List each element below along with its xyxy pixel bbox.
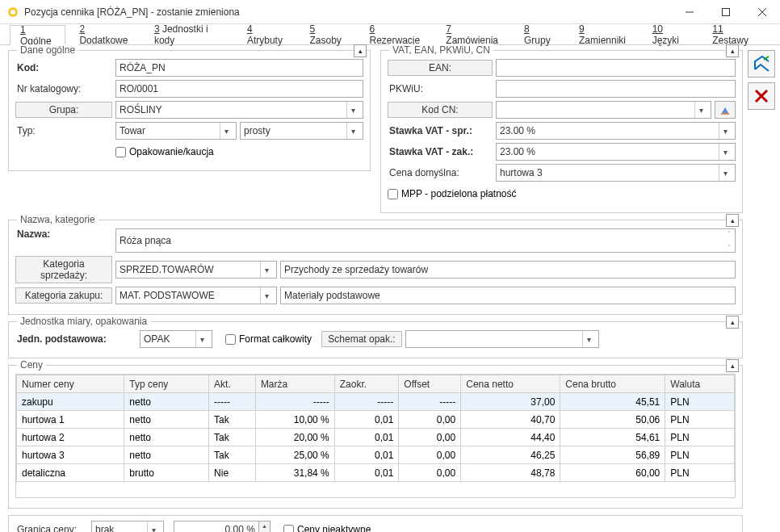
table-row[interactable]: hurtowa 2nettoTak20,00 %0,010,0044,4054,…	[17, 429, 735, 446]
tab-ogólne[interactable]: 1 Ogólne	[10, 25, 65, 45]
spin-up[interactable]: ▲	[259, 522, 270, 530]
close-button[interactable]	[744, 0, 780, 24]
collapse-prices[interactable]: ▴	[726, 359, 739, 372]
checkbox-nieaktywne-input[interactable]	[283, 525, 294, 533]
spin-granica-pct[interactable]: ▲▼	[174, 521, 270, 532]
table-row[interactable]: hurtowa 1nettoTak10,00 %0,010,0040,7050,…	[17, 411, 735, 429]
tab-zestawy[interactable]: 11 Zestawy	[702, 24, 767, 44]
checkbox-opakowanie[interactable]: Opakowanie/kaucja	[115, 146, 214, 157]
cell: zakupu	[17, 393, 124, 411]
collapse-general[interactable]: ▴	[354, 44, 367, 57]
combo-granica[interactable]: brak ▾	[91, 521, 164, 532]
table-row[interactable]: detalicznabruttoNie31,84 %0,010,0048,786…	[17, 464, 735, 482]
combo-vat-spr-value: 23.00 %	[500, 125, 535, 136]
col-header[interactable]: Typ ceny	[124, 375, 209, 393]
group-vat: VAT, EAN, PKWiU, CN ▴ EAN: PKWiU: Kod CN…	[380, 50, 743, 213]
combo-cena-dom[interactable]: hurtowa 3 ▾	[496, 164, 736, 182]
checkbox-nieaktywne[interactable]: Ceny nieaktywne	[283, 524, 371, 532]
tab-dodatkowe[interactable]: 2 Dodatkowe	[69, 24, 140, 44]
button-grupa[interactable]: Grupa:	[15, 102, 112, 118]
checkbox-format-calk[interactable]: Format całkowity	[225, 333, 312, 345]
label-vat-spr: Stawka VAT - spr.:	[388, 125, 493, 136]
window-title: Pozycja cennika [RÓŻA_PN] - zostanie zmi…	[24, 6, 671, 18]
col-header[interactable]: Cena netto	[461, 375, 560, 393]
col-header[interactable]: Cena brutto	[560, 375, 665, 393]
input-katspr-desc[interactable]	[280, 261, 736, 279]
col-header[interactable]: Waluta	[665, 375, 735, 393]
scroll-nazwa[interactable]: ˄˅	[724, 230, 734, 251]
button-katspr[interactable]: Kategoria sprzedaży:	[15, 256, 112, 283]
table-row[interactable]: hurtowa 3nettoTak25,00 %0,010,0046,2556,…	[17, 446, 735, 464]
combo-vat-spr[interactable]: 23.00 % ▾	[496, 122, 736, 140]
combo-katspr[interactable]: SPRZED.TOWARÓW ▾	[115, 261, 277, 279]
combo-typ2[interactable]: prosty ▾	[240, 122, 363, 140]
tab-grupy[interactable]: 8 Grupy	[514, 24, 565, 44]
cell: Tak	[209, 411, 256, 429]
checkbox-format-calk-input[interactable]	[225, 334, 236, 345]
combo-schemat-opak[interactable]: ▾	[405, 330, 599, 348]
combo-jedn-podst[interactable]: OPAK ▾	[140, 330, 212, 348]
table-prices[interactable]: Numer cenyTyp cenyAkt.MarżaZaokr.OffsetC…	[16, 375, 735, 482]
cell: 10,00 %	[255, 411, 334, 429]
maximize-button[interactable]	[707, 0, 744, 24]
minimize-button[interactable]	[671, 0, 707, 24]
tab-języki[interactable]: 10 Języki	[642, 24, 699, 44]
tab-rezerwacje[interactable]: 6 Rezerwacje	[359, 24, 433, 44]
tab-atrybuty[interactable]: 4 Atrybuty	[237, 24, 296, 44]
cell: 0,00	[399, 429, 461, 446]
label-cena-dom: Cena domyślna:	[388, 167, 493, 178]
checkbox-opakowanie-input[interactable]	[115, 147, 126, 157]
col-header[interactable]: Akt.	[209, 375, 256, 393]
cell: brutto	[124, 464, 209, 482]
col-header[interactable]: Offset	[399, 375, 461, 393]
combo-grupa[interactable]: ROŚLINY ▾	[115, 101, 363, 119]
input-nazwa[interactable]	[115, 228, 736, 253]
chevron-down-icon: ▾	[582, 331, 595, 347]
input-pkwiu[interactable]	[496, 80, 736, 98]
collapse-vat[interactable]: ▴	[726, 44, 739, 57]
cell: 40,70	[461, 411, 560, 429]
label-nrkat: Nr katalogowy:	[15, 83, 112, 94]
cell: Tak	[209, 446, 256, 464]
save-button[interactable]	[748, 50, 775, 77]
tab-jednostki i kody[interactable]: 3 Jednostki i kody	[144, 24, 233, 44]
button-ean[interactable]: EAN:	[388, 60, 493, 76]
cell: 37,00	[461, 393, 560, 411]
input-kod[interactable]	[115, 59, 363, 77]
col-header[interactable]: Marża	[255, 375, 334, 393]
tab-zamienniki[interactable]: 9 Zamienniki	[568, 24, 639, 44]
tab-zasoby[interactable]: 5 Zasoby	[300, 24, 356, 44]
combo-typ[interactable]: Towar ▾	[115, 122, 237, 140]
combo-cn[interactable]: ▾	[496, 101, 711, 119]
chevron-down-icon: ▾	[719, 123, 732, 139]
collapse-namecat[interactable]: ▴	[726, 214, 739, 227]
button-katzak[interactable]: Kategoria zakupu:	[15, 287, 112, 304]
col-header[interactable]: Numer ceny	[17, 375, 124, 393]
cell: 0,00	[399, 446, 461, 464]
checkbox-mpp-input[interactable]	[388, 189, 398, 199]
cell: -----	[399, 393, 461, 411]
combo-katzak-value: MAT. PODSTAWOWE	[120, 290, 215, 301]
tab-zamówienia[interactable]: 7 Zamówienia	[435, 24, 510, 44]
combo-typ2-value: prosty	[244, 125, 270, 136]
combo-katzak[interactable]: MAT. PODSTAWOWE ▾	[115, 287, 277, 304]
table-row[interactable]: zakupunetto--------------------37,0045,5…	[17, 393, 735, 411]
input-katzak-desc[interactable]	[280, 287, 736, 304]
input-ean[interactable]	[496, 59, 736, 77]
legend-prices: Ceny	[17, 359, 46, 371]
button-cn[interactable]: Kod CN:	[388, 102, 493, 118]
col-header[interactable]: Zaokr.	[334, 375, 399, 393]
cell: detaliczna	[17, 464, 124, 482]
checkbox-mpp[interactable]: MPP - podzielona płatność	[388, 188, 517, 199]
combo-vat-zak[interactable]: 23.00 % ▾	[496, 143, 736, 161]
button-schemat-opak[interactable]: Schemat opak.:	[321, 331, 402, 347]
input-granica-pct[interactable]	[174, 521, 259, 532]
cell: hurtowa 3	[17, 446, 124, 464]
cell: 0,01	[334, 446, 399, 464]
input-nrkat[interactable]	[115, 80, 363, 98]
cell: 48,78	[461, 464, 560, 482]
cancel-button[interactable]	[748, 82, 775, 110]
clear-cn-button[interactable]	[715, 101, 736, 119]
cell: hurtowa 1	[17, 411, 124, 429]
collapse-unit[interactable]: ▴	[726, 316, 739, 329]
